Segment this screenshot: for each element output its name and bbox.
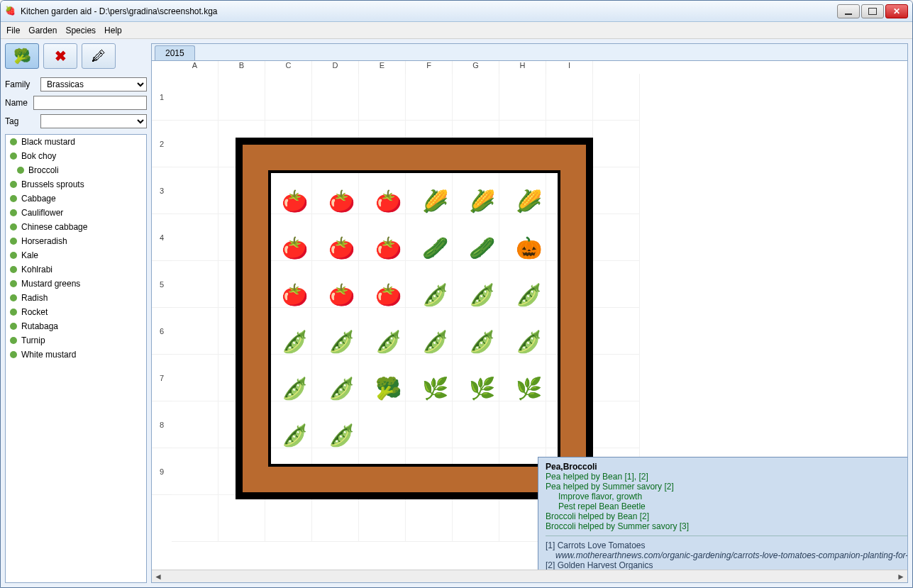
species-list[interactable]: Black mustardBok choyBroccoliBrussels sp… [5,134,147,583]
menu-garden[interactable]: Garden [28,26,57,35]
plant-cell[interactable]: 🍅 [365,271,411,318]
grid-cell[interactable] [499,74,546,121]
tool-picker[interactable]: 🖉 [82,43,116,69]
plant-cell[interactable]: 🍅 [271,177,318,224]
grid-cell[interactable] [406,74,453,121]
plant-cell[interactable]: 🫛 [318,318,365,365]
plant-cell[interactable]: 🌽 [411,177,458,224]
grid-cell[interactable] [406,495,453,542]
plant-cell[interactable]: 🌿 [458,365,505,411]
grid-cell[interactable] [453,74,499,121]
grid-cell[interactable] [218,355,265,401]
species-item[interactable]: Kale [6,248,146,262]
plant-cell[interactable] [458,411,505,458]
grid-cell[interactable] [172,448,218,495]
menu-file[interactable]: File [6,26,20,35]
grid-cell[interactable] [172,74,218,121]
grid-cell[interactable] [546,308,593,355]
grid-cell[interactable] [265,121,312,167]
species-item[interactable]: Brussels sprouts [6,177,146,192]
grid-cell[interactable] [499,121,546,167]
grid-cell[interactable] [593,214,640,261]
plant-cell[interactable]: 🍅 [318,224,365,271]
grid-cell[interactable] [218,401,265,448]
species-item[interactable]: Turnip [6,333,146,348]
plant-cell[interactable]: 🫛 [318,411,365,458]
species-item[interactable]: Kohlrabi [6,262,146,277]
grid-cell[interactable] [546,355,593,401]
grid-cell[interactable] [172,214,218,261]
plant-cell[interactable] [505,411,552,458]
plant-cell[interactable]: 🫛 [505,271,552,318]
plant-cell[interactable]: 🍅 [365,177,411,224]
plant-cell[interactable] [365,411,411,458]
plant-cell[interactable]: 🍅 [318,177,365,224]
grid-cell[interactable] [453,495,499,542]
grid-area[interactable]: ABCDEFGHI 123456789 🍅🍅🍅🌽🌽🌽🍅🍅🍅🥒🥒🎃🍅🍅🍅🫛🫛🫛🫛🫛… [152,61,907,570]
grid-cell[interactable] [218,167,265,214]
grid-cell[interactable] [546,74,593,121]
grid-cell[interactable] [172,261,218,308]
grid-cell[interactable] [546,401,593,448]
plant-cell[interactable]: 🌿 [411,365,458,411]
species-item[interactable]: Mustard greens [6,277,146,291]
tag-select[interactable] [40,114,147,128]
menu-species[interactable]: Species [65,26,96,35]
species-item[interactable]: Horseradish [6,234,146,248]
species-item[interactable]: White mustard [6,348,146,362]
grid-cell[interactable] [172,401,218,448]
plant-cell[interactable]: 🍅 [271,271,318,318]
plant-cell[interactable]: 🍅 [365,224,411,271]
scroll-right-icon[interactable]: ► [895,572,907,582]
grid-cell[interactable] [172,121,218,167]
titlebar[interactable]: 🍓 Kitchen garden aid - D:\pers\gradina\s… [1,1,912,22]
grid-cell[interactable] [218,495,265,542]
species-item[interactable]: Radish [6,291,146,305]
tool-broccoli[interactable]: 🥦 [5,43,39,69]
plant-cell[interactable]: 🫛 [365,318,411,365]
grid-cell[interactable] [172,495,218,542]
grid-cell[interactable] [593,355,640,401]
grid-cell[interactable] [593,74,640,121]
plant-cell[interactable]: 🫛 [411,318,458,365]
grid-cell[interactable] [593,121,640,167]
grid-cell[interactable] [359,74,406,121]
species-item[interactable]: Cabbage [6,192,146,206]
grid-cell[interactable] [218,261,265,308]
plant-cell[interactable]: 🫛 [458,271,505,318]
species-item[interactable]: Cauliflower [6,206,146,220]
grid-cell[interactable] [265,495,312,542]
tooltip-ref-link[interactable]: www.motherearthnews.com/organic-gardenin… [546,550,907,560]
plant-cell[interactable] [411,411,458,458]
grid-cell[interactable] [218,448,265,495]
plant-cell[interactable]: 🥒 [411,224,458,271]
plant-cell[interactable]: 🥦 [365,365,411,411]
species-item[interactable]: Bok choy [6,149,146,163]
plant-cell[interactable]: 🌽 [458,177,505,224]
plant-cell[interactable]: 🍅 [271,224,318,271]
close-button[interactable]: ✕ [885,4,908,18]
grid-cell[interactable] [406,121,453,167]
grid-cell[interactable] [218,121,265,167]
species-item[interactable]: Rocket [6,305,146,319]
family-select[interactable]: Brassicas [40,77,147,91]
grid-cell[interactable] [546,261,593,308]
plant-cell[interactable]: 🌿 [505,365,552,411]
year-tab[interactable]: 2015 [155,45,195,60]
species-item[interactable]: Rutabaga [6,319,146,333]
grid-cell[interactable] [312,495,359,542]
plant-cell[interactable]: 🫛 [271,318,318,365]
plant-cell[interactable]: 🫛 [411,271,458,318]
plant-cell[interactable]: 🫛 [318,365,365,411]
grid-cell[interactable] [546,121,593,167]
minimize-button[interactable] [837,4,860,18]
menu-help[interactable]: Help [104,26,122,35]
grid-cell[interactable] [172,308,218,355]
grid-cell[interactable] [359,495,406,542]
plant-cell[interactable]: 🍅 [318,271,365,318]
name-input[interactable] [33,96,147,110]
plant-cell[interactable]: 🥒 [458,224,505,271]
species-item[interactable]: Black mustard [6,135,146,149]
grid-cell[interactable] [172,355,218,401]
grid-cell[interactable] [218,74,265,121]
